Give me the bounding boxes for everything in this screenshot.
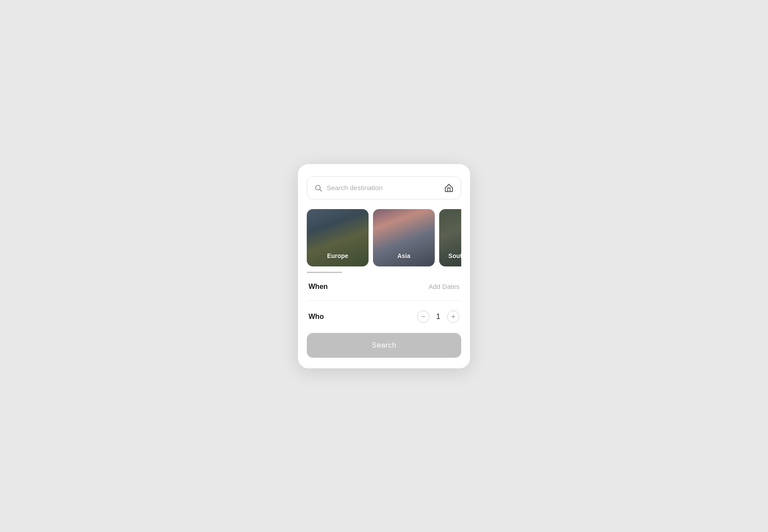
counter-control: − 1 +	[417, 311, 459, 323]
scroll-indicator	[298, 266, 470, 273]
destination-label-asia: Asia	[397, 252, 410, 260]
decrement-button[interactable]: −	[417, 311, 429, 323]
who-label: Who	[309, 313, 324, 321]
destination-card-europe[interactable]: Europe	[307, 209, 369, 266]
who-field-row: Who − 1 +	[307, 301, 461, 333]
add-dates-value: Add Dates	[429, 283, 459, 290]
who-count: 1	[435, 313, 442, 321]
destination-card-south-america[interactable]: South America	[439, 209, 461, 266]
destination-card-asia[interactable]: Asia	[373, 209, 435, 266]
destination-label-south-america: South America	[448, 252, 461, 260]
search-icon	[314, 184, 322, 192]
search-button[interactable]: Search	[307, 333, 461, 358]
home-icon	[444, 183, 454, 193]
when-label: When	[309, 283, 328, 291]
home-button[interactable]	[444, 183, 454, 193]
destination-label-europe: Europe	[327, 252, 348, 260]
destination-cards: Europe Asia South America	[307, 209, 461, 266]
search-placeholder: Search destination	[327, 184, 383, 191]
search-bar: Search destination	[307, 176, 461, 199]
bottom-section: When Add Dates Who − 1 + Search	[298, 273, 470, 368]
svg-line-1	[320, 189, 321, 191]
phone-card: Search destination Europe	[298, 164, 470, 368]
minus-icon: −	[421, 313, 425, 320]
increment-button[interactable]: +	[447, 311, 459, 323]
plus-icon: +	[451, 313, 455, 320]
when-field-row[interactable]: When Add Dates	[307, 273, 461, 301]
top-section: Search destination Europe	[298, 164, 470, 273]
